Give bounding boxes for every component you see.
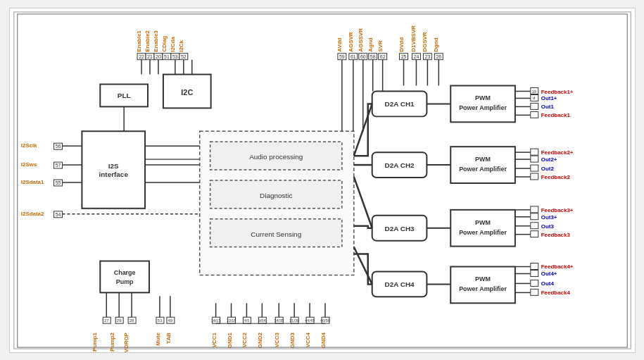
svg-text:AVdd: AVdd: [336, 37, 342, 51]
svg-text:10/18: 10/18: [226, 318, 236, 323]
svg-text:PWM: PWM: [475, 156, 491, 163]
svg-text:SVR: SVR: [377, 40, 383, 52]
svg-text:21: 21: [147, 54, 153, 58]
svg-text:Enable3: Enable3: [152, 30, 158, 51]
svg-text:25: 25: [400, 54, 406, 58]
svg-text:PWM: PWM: [475, 275, 491, 283]
svg-text:I2Sclk: I2Sclk: [20, 142, 37, 149]
svg-text:57: 57: [55, 163, 61, 168]
svg-text:AGSVR: AGSVR: [347, 32, 353, 52]
svg-text:Out3: Out3: [541, 223, 554, 229]
svg-rect-156: [530, 149, 538, 155]
svg-text:34/35: 34/35: [274, 318, 284, 323]
svg-text:Feedback2+: Feedback2+: [541, 149, 573, 156]
svg-text:Out3+: Out3+: [541, 213, 557, 220]
svg-text:VCC4: VCC4: [305, 332, 311, 347]
svg-text:VCC2: VCC2: [241, 332, 248, 347]
svg-text:Out1+: Out1+: [541, 95, 557, 101]
svg-text:Agnd: Agnd: [367, 37, 373, 51]
svg-text:d: d: [533, 96, 535, 100]
svg-text:51: 51: [164, 54, 170, 58]
svg-text:40/50: 40/50: [320, 318, 330, 323]
svg-text:D2A CH2: D2A CH2: [384, 161, 415, 169]
svg-text:62: 62: [379, 54, 385, 58]
svg-text:53: 53: [172, 54, 177, 58]
svg-rect-177: [530, 230, 538, 237]
svg-text:Current Sensing: Current Sensing: [251, 230, 301, 237]
svg-text:Feedback4: Feedback4: [541, 290, 570, 296]
svg-text:59: 59: [339, 54, 345, 58]
svg-text:VCC3: VCC3: [274, 332, 280, 347]
svg-text:Diagnostic: Diagnostic: [260, 191, 292, 199]
svg-text:Power Amplifier: Power Amplifier: [459, 228, 507, 235]
svg-rect-153: [530, 111, 538, 118]
svg-text:I2Sdata2: I2Sdata2: [20, 210, 44, 216]
svg-text:49: 49: [168, 318, 172, 323]
svg-text:Pump: Pump: [115, 278, 133, 285]
svg-text:44/45: 44/45: [305, 318, 315, 323]
svg-text:Feedback1: Feedback1: [541, 112, 570, 118]
svg-text:58: 58: [370, 54, 375, 58]
svg-text:VDROP: VDROP: [123, 332, 130, 352]
svg-text:I2C: I2C: [181, 88, 193, 97]
svg-rect-162: [530, 165, 538, 171]
svg-text:PWM: PWM: [475, 94, 491, 101]
svg-text:Power Amplifier: Power Amplifier: [459, 104, 507, 111]
svg-text:CPump2: CPump2: [109, 332, 115, 352]
svg-text:Feedback3+: Feedback3+: [541, 206, 573, 213]
svg-text:27: 27: [103, 318, 108, 323]
svg-text:31/39: 31/39: [289, 318, 299, 323]
svg-text:Out2+: Out2+: [541, 156, 557, 163]
svg-rect-183: [530, 270, 538, 276]
svg-text:GND1: GND1: [226, 332, 232, 348]
svg-text:I2Sdata1: I2Sdata1: [20, 178, 44, 185]
svg-text:PLL: PLL: [117, 92, 130, 99]
svg-text:Charge: Charge: [113, 269, 135, 276]
svg-text:20: 20: [156, 54, 161, 58]
svg-text:CDiag: CDiag: [160, 35, 167, 51]
svg-text:Feedback4+: Feedback4+: [541, 263, 573, 270]
svg-text:60: 60: [360, 54, 365, 58]
svg-text:Out4: Out4: [541, 280, 554, 287]
svg-text:Mute: Mute: [154, 332, 160, 345]
svg-text:GND3: GND3: [289, 332, 296, 348]
svg-text:VCC1: VCC1: [210, 332, 217, 347]
svg-text:I2Cda: I2Cda: [169, 36, 175, 51]
svg-text:Feedback1+: Feedback1+: [541, 88, 573, 94]
svg-text:53: 53: [157, 318, 162, 323]
svg-rect-159: [530, 156, 538, 162]
svg-rect-186: [530, 280, 538, 286]
svg-text:DGSVR: DGSVR: [422, 32, 428, 52]
svg-text:interface: interface: [99, 170, 128, 178]
svg-rect-79: [100, 261, 149, 292]
svg-text:14/15: 14/15: [210, 318, 220, 323]
svg-text:Enable2: Enable2: [144, 30, 151, 51]
svg-text:19: 19: [531, 89, 536, 93]
svg-text:DVdd: DVdd: [398, 37, 404, 51]
svg-text:55: 55: [55, 180, 61, 185]
svg-rect-171: [530, 213, 538, 219]
svg-text:Feedback3: Feedback3: [541, 231, 570, 237]
svg-text:Out4+: Out4+: [541, 271, 557, 277]
diagram-container: Enable1 22 Enable2 21 Enable3 20 CDiag 5…: [9, 8, 636, 353]
svg-text:Feedback2: Feedback2: [541, 174, 570, 180]
svg-text:Dgnd: Dgnd: [433, 37, 439, 51]
svg-text:I2Ck: I2Ck: [177, 39, 184, 51]
svg-text:52: 52: [180, 54, 186, 58]
svg-text:56: 56: [55, 144, 61, 149]
svg-text:D1VBSVR: D1VBSVR: [410, 25, 417, 51]
svg-text:I2S: I2S: [108, 162, 118, 170]
svg-text:28: 28: [129, 318, 134, 323]
svg-text:AGSSVR: AGSSVR: [357, 27, 363, 51]
svg-rect-174: [530, 222, 538, 228]
svg-text:PWM: PWM: [475, 218, 491, 225]
svg-text:29: 29: [116, 318, 121, 323]
svg-text:D2A CH4: D2A CH4: [384, 280, 415, 288]
svg-text:GND4: GND4: [320, 332, 326, 348]
svg-text:4/5: 4/5: [244, 318, 249, 323]
svg-rect-180: [530, 263, 538, 269]
svg-text:Power Amplifier: Power Amplifier: [459, 166, 507, 173]
svg-rect-189: [530, 289, 538, 295]
svg-text:23: 23: [424, 54, 430, 58]
svg-text:TAB: TAB: [165, 332, 171, 343]
